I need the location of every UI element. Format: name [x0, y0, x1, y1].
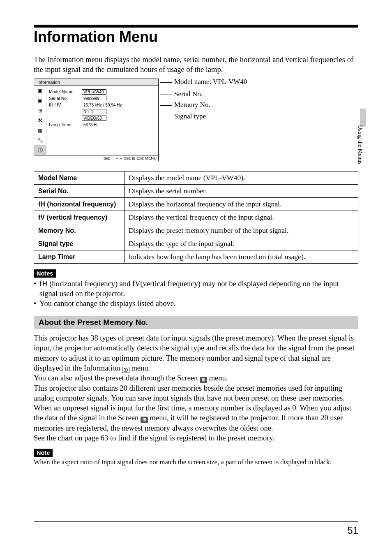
picture-icon: ▣ — [34, 86, 46, 96]
table-key: Serial No. — [34, 185, 125, 198]
screen-inline-icon: ⊞ — [141, 417, 148, 423]
sub-heading: About the Preset Memory No. — [34, 316, 358, 329]
function-icon: ▦ — [34, 125, 46, 135]
osd-label-model: Model Name — [49, 89, 82, 94]
osd-label-serial: Serial No. — [49, 96, 82, 101]
list-item: fH (horizontal frequency) and fV(vertica… — [34, 279, 358, 299]
osd-content: Model Name VPL-VW40 Serial No. 9999999 f… — [46, 86, 158, 155]
table-row: Lamp Timer Indicates how long the lamp h… — [34, 250, 358, 264]
table-val: Displays the model name (VPL-VW40). — [125, 171, 358, 185]
callout-serial: Serial No. — [164, 90, 247, 98]
body-text: menu. — [207, 374, 228, 382]
table-key: Lamp Timer — [34, 250, 125, 264]
osd-val-signal: VIDEO/60 — [82, 116, 106, 121]
table-key: fV (vertical frequency) — [34, 211, 125, 224]
list-item: You cannot change the displays listed ab… — [34, 299, 358, 308]
side-tab: Using the Menus — [350, 118, 358, 182]
install-icon: 🔧 — [34, 135, 46, 145]
osd-val-fhfv: 15.73 kHz / 59.94 Hz — [82, 103, 122, 107]
osd-title: Information — [34, 79, 158, 86]
table-key: Memory No. — [34, 224, 125, 237]
note-label: Note — [34, 449, 53, 457]
notes-label: Notes — [34, 269, 56, 278]
table-key: fH (horizontal frequency) — [34, 198, 125, 211]
table-row: fH (horizontal frequency) Displays the h… — [34, 198, 358, 211]
osd-footer: Sel: ↑↓←→ Set: ⊞ Exit: MENU — [34, 155, 158, 161]
table-val: Displays the type of the input signal. — [125, 237, 358, 250]
body-text: This projector has 38 types of preset da… — [34, 334, 355, 372]
figure: Information ▣ ▣ ⊞ 🛠 ▦ 🔧 ⓘ Model Name VPL… — [34, 79, 358, 161]
body-text: This projector also contains 20 differen… — [34, 384, 345, 402]
info-inline-icon: ⓘ — [122, 367, 129, 373]
adv-picture-icon: ▣ — [34, 96, 46, 106]
side-tab-bar — [360, 109, 366, 127]
osd-label-lamp: Lamp Timer — [49, 122, 82, 127]
body-text: You can also adjust the preset data thro… — [34, 374, 200, 382]
table-key: Model Name — [34, 171, 125, 185]
table-row: Serial No. Displays the serial number. — [34, 185, 358, 198]
osd-label-fhfv: fH / fV — [49, 102, 82, 107]
intro-paragraph: The Information menu displays the model … — [34, 55, 358, 74]
callout-signal: Signal type — [164, 112, 247, 120]
table-val: Displays the serial number. — [125, 185, 358, 198]
table-val: Indicates how long the lamp has been tur… — [125, 250, 358, 264]
table-val: Displays the horizontal frequency of the… — [125, 198, 358, 211]
page-title: Information Menu — [34, 28, 358, 46]
note-text: When the aspect ratio of input signal do… — [34, 458, 358, 467]
table-row: Memory No. Displays the preset memory nu… — [34, 224, 358, 237]
table-val: Displays the vertical frequency of the i… — [125, 211, 358, 224]
osd-menu: Information ▣ ▣ ⊞ 🛠 ▦ 🔧 ⓘ Model Name VPL… — [34, 79, 159, 161]
osd-val-model: VPL-VW40 — [82, 89, 106, 95]
screen-icon: ⊞ — [34, 106, 46, 116]
callout-memory: Memory No. — [164, 101, 247, 109]
body-text: menu. — [129, 364, 150, 372]
callout-model: Model name: VPL-VW40 — [164, 78, 247, 86]
info-table: Model Name Displays the model name (VPL-… — [34, 171, 358, 264]
info-icon: ⓘ — [34, 145, 46, 155]
osd-val-serial: 9999999 — [82, 96, 106, 101]
osd-icon-column: ▣ ▣ ⊞ 🛠 ▦ 🔧 ⓘ — [34, 86, 46, 155]
body-block: This projector has 38 types of preset da… — [34, 333, 358, 443]
page-number: 51 — [347, 525, 358, 536]
notes-list: fH (horizontal frequency) and fV(vertica… — [34, 279, 358, 308]
table-row: fV (vertical frequency) Displays the ver… — [34, 211, 358, 224]
osd-val-memory: No. 1 — [82, 109, 106, 114]
body-text: See the chart on page 63 to find if the … — [34, 434, 274, 442]
table-val: Displays the preset memory number of the… — [125, 224, 358, 237]
table-key: Signal type — [34, 237, 125, 250]
title-rule — [34, 25, 358, 28]
setup-icon: 🛠 — [34, 116, 46, 125]
callouts: Model name: VPL-VW40 Serial No. Memory N… — [164, 79, 247, 161]
screen-inline-icon: ⊞ — [200, 377, 207, 383]
osd-val-lamp: 5678 H — [82, 123, 97, 127]
side-tab-text: Using the Menus — [357, 125, 363, 164]
table-row: Model Name Displays the model name (VPL-… — [34, 171, 358, 185]
table-row: Signal type Displays the type of the inp… — [34, 237, 358, 250]
